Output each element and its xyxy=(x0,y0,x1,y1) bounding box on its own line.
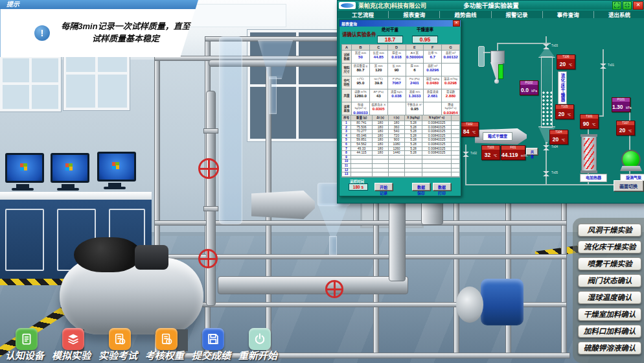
param-row: 试样 数据 宽度 mm50 长度 mm44.85 厚度 m0.018 A/4 宽… xyxy=(342,51,459,63)
pressure-display-pi102: PI1020.0 kPa xyxy=(520,80,538,95)
monitor-screen xyxy=(5,153,44,183)
param-row: 风量 读数 m³/h1280.0 ΔP (Pa)43 流量 kg/s0.038 … xyxy=(342,89,459,102)
data-print-button[interactable]: 数据打印 xyxy=(433,183,451,191)
valve-wheel[interactable] xyxy=(198,249,218,268)
pipe xyxy=(603,49,604,117)
task-button[interactable]: 湿球温度确认 xyxy=(578,291,641,304)
toolbar-item-sim-experiment[interactable]: 模拟实验 xyxy=(48,327,95,362)
flow-display-fi01: FI0144.119 m³/h xyxy=(501,145,525,160)
cyclone-separator xyxy=(490,51,505,64)
table-row: 13 xyxy=(342,172,459,176)
menu-item[interactable]: 退出系统 xyxy=(594,11,644,19)
valve-tag: Tx01 xyxy=(608,64,614,67)
pipe-flange xyxy=(203,128,218,134)
toolbar-item-exam[interactable]: 实验考试 xyxy=(95,327,141,362)
menu-item[interactable]: 报警记录 xyxy=(492,11,543,19)
table-row: 6 54.562 180 1080 5.28 0.00840325 xyxy=(342,143,459,146)
ghost-column xyxy=(219,36,242,224)
restore-icon[interactable] xyxy=(623,1,632,10)
bottom-toolbar: 认知设备 模拟实验 实验考试 考核权重 提交成绩 xyxy=(1,327,290,362)
column-header-row: ABCDEFG xyxy=(342,45,459,50)
rate-value: 0.95 xyxy=(412,36,438,43)
info-icon: ! xyxy=(34,25,50,41)
toolbar-item-weights[interactable]: 考核权重 xyxy=(141,327,188,362)
close-icon[interactable]: ✕ xyxy=(453,20,460,27)
report-table: ABCDEFG 试样 数据 宽度 mm50 长度 mm44.85 厚度 m0.0… xyxy=(341,44,460,178)
fan-button[interactable]: 风量 xyxy=(526,148,538,155)
temp-display-t105: T10520 ℃ xyxy=(555,104,574,119)
task-button[interactable]: 加料口加料确认 xyxy=(578,325,641,338)
cabinet-door xyxy=(5,209,44,271)
monitor-screen xyxy=(97,152,136,182)
task-menu: 风洞干燥实验流化床干燥实验喷雾干燥实验阀门状态确认湿球温度确认干燥室加料确认加料… xyxy=(573,218,644,363)
temp-display-t103: T10332 ℃ xyxy=(481,145,500,160)
valve-tag: Tx04 xyxy=(551,145,558,148)
task-button[interactable]: 硫酸钾溶液确认 xyxy=(578,342,641,355)
menu-item[interactable]: 工艺流程 xyxy=(338,11,389,19)
temp-display-t104: T10420 ℃ xyxy=(549,130,568,145)
fluid-bed-label: 流化床干燥器 xyxy=(558,71,567,104)
data-header-row: 序号重量 (g)Δt (s)t (s)X (kg/kg)N kg/(m²·s) xyxy=(342,115,459,121)
menu-item[interactable]: 报表查询 xyxy=(389,11,440,19)
box-dryer-label: 箱式干燥室 xyxy=(483,132,512,141)
start-record-button[interactable]: 开始记录 xyxy=(374,183,393,191)
monitor-screen xyxy=(51,153,89,183)
menu-item[interactable]: 事件查询 xyxy=(543,11,594,19)
task-button[interactable]: 喷雾干燥实验 xyxy=(578,257,641,270)
param-row: 空气 特性 t (℃)95.0 tw (℃)39.8 P (Pa)7067 Pw… xyxy=(342,76,459,89)
table-row: 7 49.33 180 1260 5.28 0.00840325 xyxy=(342,147,459,151)
toolbar-item-know-device[interactable]: 认知设备 xyxy=(1,327,48,362)
temp-display-t102: T10284 ℃ xyxy=(460,122,479,137)
electric-heater xyxy=(581,135,597,172)
rate-label: 干燥速率 xyxy=(412,26,438,32)
table-row: 2 75.506 180 360 5.28 0.00840325 xyxy=(342,126,459,130)
valve-wheel[interactable] xyxy=(325,280,343,298)
abs-dry-value: 18.7 xyxy=(377,36,403,43)
bed-particles xyxy=(542,91,552,127)
scada-window: 莱帕克(北京)科技有限公司 多功能干燥实验装置 ✕ 工艺流程报表查询趋势曲线报警… xyxy=(337,0,644,204)
table-row: 9 xyxy=(342,156,459,159)
task-button[interactable]: 风洞干燥实验 xyxy=(578,224,641,237)
temp-display-t107: T10720 ℃ xyxy=(616,121,635,135)
toolbar-item-submit-score[interactable]: 提交成绩 xyxy=(188,327,235,362)
valve-tag: Tx02 xyxy=(470,152,477,155)
pipe-flange xyxy=(203,206,218,211)
data-save-button[interactable]: 数据保存 xyxy=(412,183,430,191)
heater-label: 电加热器 xyxy=(580,174,607,182)
report-window: 报表查询 ✕ 请确认实验条件 绝对干重18.7 干燥速率0.95 ABCDEFG… xyxy=(339,19,461,196)
maximize-icon[interactable] xyxy=(612,1,621,10)
scada-titlebar: 莱帕克(北京)科技有限公司 多功能干燥实验装置 ✕ xyxy=(338,1,644,10)
hint-tab: 提示 xyxy=(0,0,198,9)
report-footer: 采样时间 180 s 开始记录 数据保存 数据打印 xyxy=(339,179,461,194)
wall-window xyxy=(0,56,61,111)
abs-dry-label: 绝对干重 xyxy=(377,26,403,32)
valve-wheel[interactable] xyxy=(198,158,219,179)
task-button[interactable]: 干燥室加料确认 xyxy=(578,308,641,321)
heater-coil xyxy=(584,138,594,169)
table-row: 3 70.277 180 540 5.28 0.00840325 xyxy=(342,130,459,134)
screen-switch-button[interactable]: 画面切换 xyxy=(614,180,643,191)
close-icon[interactable]: ✕ xyxy=(633,1,643,10)
pump-head xyxy=(456,287,483,323)
task-button[interactable]: 流化床干燥实验 xyxy=(578,240,641,253)
air-compressor xyxy=(74,237,141,272)
frame-bar xyxy=(154,220,567,226)
menu-item[interactable]: 趋势曲线 xyxy=(440,11,491,19)
ghost-funnel-stem xyxy=(269,76,277,114)
table-row: 11 xyxy=(342,164,459,168)
valve-tag: Tx03 xyxy=(551,44,558,47)
pipe xyxy=(498,43,551,44)
blower-motor xyxy=(481,279,523,325)
bench-countertop xyxy=(0,192,152,200)
param-row: 速率 基准 恒速 kg/(m²·s)0.00033 临界含水 X0.0305 平… xyxy=(342,102,459,115)
temp-display-t101: T10190 ℃ xyxy=(580,114,599,129)
toolbar-item-restart[interactable]: 重新开始 xyxy=(235,327,281,362)
scada-body: 流化床干燥器 箱式干燥室 电加热器 旋涡气泵 Tx03 Tx01 Tx02 Tx… xyxy=(338,18,644,203)
monitor xyxy=(5,153,40,191)
app-window: 提示 ! 每隔3min记录一次试样质量，直至试样质量基本稳定 莱帕克(北京)科技… xyxy=(0,0,644,363)
pipe xyxy=(465,145,466,185)
task-button[interactable]: 阀门状态确认 xyxy=(578,274,641,287)
layers-icon xyxy=(62,328,84,350)
company-name: 莱帕克(北京)科技有限公司 xyxy=(358,1,426,10)
hint-box: 提示 ! 每隔3min记录一次试样质量，直至试样质量基本稳定 xyxy=(0,0,198,57)
